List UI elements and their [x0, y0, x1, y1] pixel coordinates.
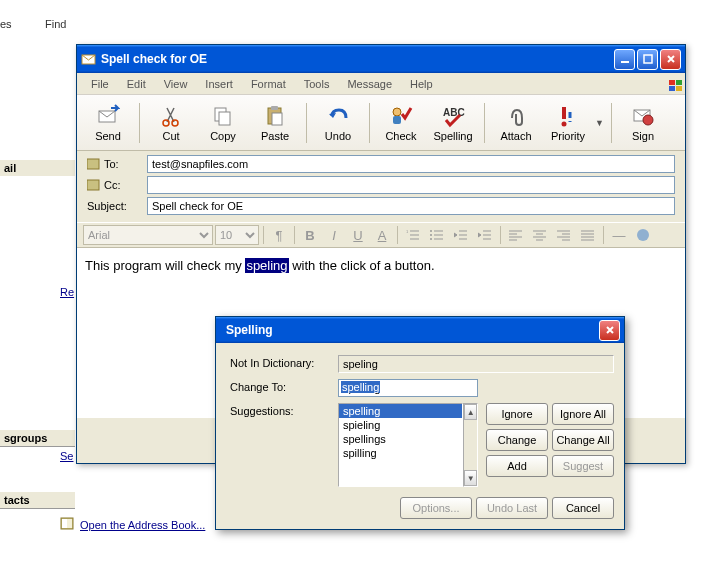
bg-section-newsgroups: sgroups — [0, 430, 75, 447]
link-button[interactable] — [632, 225, 654, 245]
separator — [484, 103, 485, 143]
change-button[interactable]: Change — [486, 429, 548, 451]
number-list-button[interactable]: 1 — [402, 225, 424, 245]
attach-icon — [504, 104, 528, 128]
close-button[interactable] — [660, 49, 681, 70]
priority-icon — [556, 104, 580, 128]
titlebar[interactable]: Spell check for OE — [77, 45, 685, 73]
body-text: This program will check my — [85, 258, 245, 273]
list-item[interactable]: spellings — [339, 432, 462, 446]
svg-point-27 — [430, 230, 432, 232]
menu-edit[interactable]: Edit — [119, 76, 154, 92]
undo-label: Undo — [325, 130, 351, 142]
svg-point-29 — [430, 238, 432, 240]
send-button[interactable]: Send — [83, 99, 133, 147]
font-select[interactable]: Arial — [83, 225, 213, 245]
list-scrollbar[interactable]: ▲ ▼ — [463, 403, 478, 487]
list-item[interactable]: spieling — [339, 418, 462, 432]
svg-rect-17 — [272, 113, 282, 125]
window-title: Spell check for OE — [101, 52, 614, 66]
separator — [369, 103, 370, 143]
cc-field[interactable] — [147, 176, 675, 194]
menu-tools[interactable]: Tools — [296, 76, 338, 92]
cancel-button[interactable]: Cancel — [552, 497, 614, 519]
bold-button[interactable]: B — [299, 225, 321, 245]
scroll-up-icon[interactable]: ▲ — [464, 404, 477, 420]
dialog-close-button[interactable] — [599, 320, 620, 341]
spelling-button[interactable]: ABC Spelling — [428, 99, 478, 147]
maximize-button[interactable] — [637, 49, 658, 70]
svg-rect-1 — [62, 519, 67, 528]
bullet-list-button[interactable] — [426, 225, 448, 245]
paste-label: Paste — [261, 130, 289, 142]
menu-message[interactable]: Message — [339, 76, 400, 92]
underline-button[interactable]: U — [347, 225, 369, 245]
svg-rect-5 — [644, 55, 652, 63]
list-item[interactable]: spelling — [339, 404, 462, 418]
svg-point-12 — [172, 120, 178, 126]
scroll-down-icon[interactable]: ▼ — [464, 470, 477, 486]
svg-rect-8 — [669, 86, 675, 91]
cut-button[interactable]: Cut — [146, 99, 196, 147]
align-left-button[interactable] — [505, 225, 527, 245]
add-button[interactable]: Add — [486, 455, 548, 477]
change-to-field[interactable] — [338, 379, 478, 397]
priority-button[interactable]: Priority — [543, 99, 593, 147]
italic-button[interactable]: I — [323, 225, 345, 245]
menu-format[interactable]: Format — [243, 76, 294, 92]
menu-help[interactable]: Help — [402, 76, 441, 92]
subject-field[interactable] — [147, 197, 675, 215]
change-all-button[interactable]: Change All — [552, 429, 614, 451]
attach-button[interactable]: Attach — [491, 99, 541, 147]
send-icon — [96, 104, 120, 128]
to-label[interactable]: To: — [87, 158, 147, 170]
addressbook-icon — [60, 516, 76, 532]
spelling-dialog: Spelling Not In Dictionary: Change To: s… — [215, 316, 625, 530]
dialog-titlebar[interactable]: Spelling — [216, 317, 624, 343]
svg-rect-2 — [67, 519, 72, 528]
copy-button[interactable]: Copy — [198, 99, 248, 147]
to-label-text: To: — [104, 158, 119, 170]
undo-button[interactable]: Undo — [313, 99, 363, 147]
bg-link[interactable]: Re — [60, 286, 74, 298]
svg-rect-14 — [219, 112, 230, 125]
ignore-button[interactable]: Ignore — [486, 403, 548, 425]
to-field[interactable] — [147, 155, 675, 173]
open-addressbook-link[interactable]: Open the Address Book... — [80, 519, 205, 531]
suggest-button[interactable]: Suggest — [552, 455, 614, 477]
priority-dropdown[interactable]: ▼ — [595, 118, 605, 128]
size-select[interactable]: 10 — [215, 225, 259, 245]
minimize-button[interactable] — [614, 49, 635, 70]
spelling-icon: ABC — [441, 104, 465, 128]
justify-button[interactable] — [577, 225, 599, 245]
indent-button[interactable] — [474, 225, 496, 245]
window-icon — [81, 51, 97, 67]
ignore-all-button[interactable]: Ignore All — [552, 403, 614, 425]
align-right-button[interactable] — [553, 225, 575, 245]
paragraph-button[interactable]: ¶ — [268, 225, 290, 245]
menu-insert[interactable]: Insert — [197, 76, 241, 92]
align-center-button[interactable] — [529, 225, 551, 245]
bg-link[interactable]: Se — [60, 450, 73, 462]
check-icon — [389, 104, 413, 128]
check-button[interactable]: Check — [376, 99, 426, 147]
sign-button[interactable]: Sign — [618, 99, 668, 147]
hr-button[interactable]: — — [608, 225, 630, 245]
svg-rect-25 — [87, 180, 99, 190]
cc-label[interactable]: Cc: — [87, 179, 147, 191]
outdent-button[interactable] — [450, 225, 472, 245]
list-item[interactable]: spilling — [339, 446, 462, 460]
menu-view[interactable]: View — [156, 76, 196, 92]
suggestions-list[interactable]: spelling spieling spellings spilling — [338, 403, 463, 487]
undo-last-button[interactable]: Undo Last — [476, 497, 548, 519]
svg-point-28 — [430, 234, 432, 236]
paste-button[interactable]: Paste — [250, 99, 300, 147]
options-button[interactable]: Options... — [400, 497, 472, 519]
font-color-button[interactable]: A — [371, 225, 393, 245]
menu-file[interactable]: File — [83, 76, 117, 92]
cut-icon — [159, 104, 183, 128]
not-in-dict-field — [338, 355, 614, 373]
svg-point-21 — [562, 121, 567, 126]
find-menu[interactable]: Find — [45, 18, 66, 30]
copy-label: Copy — [210, 130, 236, 142]
